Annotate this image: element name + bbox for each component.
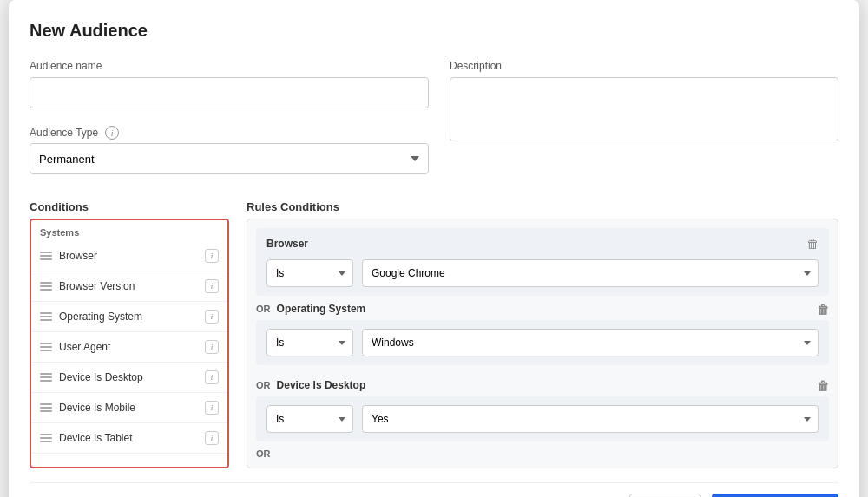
condition-item-operating-system[interactable]: Operating System i <box>31 302 227 332</box>
os-operator-select[interactable]: Is Is Not <box>266 329 353 356</box>
description-input[interactable] <box>450 77 838 141</box>
condition-info-device-is-desktop[interactable]: i <box>205 370 219 384</box>
or-separator-2: OR Device Is Desktop 🗑 <box>247 372 838 391</box>
audience-type-help-icon[interactable]: i <box>105 126 119 140</box>
bottom-section: Conditions Systems Browser i <box>30 200 838 468</box>
rule-header-browser: Browser <box>266 238 308 250</box>
drag-handle-device-is-desktop[interactable] <box>40 373 52 382</box>
condition-info-browser[interactable]: i <box>205 249 219 263</box>
rule-block-os: Is Is Not Windows macOS Linux iOS Androi… <box>256 320 829 365</box>
condition-info-user-agent[interactable]: i <box>205 340 219 354</box>
modal-title: New Audience <box>30 21 838 41</box>
condition-item-device-is-desktop[interactable]: Device Is Desktop i <box>31 363 227 393</box>
audience-type-row: Audience Type i <box>30 126 429 140</box>
rules-title: Rules Conditions <box>247 200 838 213</box>
condition-name-user-agent: User Agent <box>59 341 110 353</box>
conditions-panel: Conditions Systems Browser i <box>30 200 229 468</box>
condition-info-device-is-tablet[interactable]: i <box>205 431 219 445</box>
description-group: Description <box>450 60 838 174</box>
condition-item-device-is-tablet[interactable]: Device Is Tablet i <box>31 423 227 454</box>
condition-info-device-is-mobile[interactable]: i <box>205 401 219 415</box>
device-value-select[interactable]: Yes No <box>362 405 819 433</box>
description-label: Description <box>450 60 838 72</box>
conditions-list: Systems Browser i <box>30 219 229 468</box>
device-operator-select[interactable]: Is Is Not <box>266 405 353 433</box>
audience-type-label: Audience Type <box>30 127 98 139</box>
rule-block-device: Is Is Not Yes No <box>256 396 829 441</box>
condition-item-user-agent[interactable]: User Agent i <box>31 332 227 363</box>
drag-handle-user-agent[interactable] <box>40 343 52 351</box>
browser-operator-select[interactable]: Is Is Not <box>266 259 353 287</box>
or-separator-3: OR <box>247 441 838 468</box>
browser-value-select[interactable]: Google Chrome Firefox Safari Edge Opera <box>362 259 819 287</box>
condition-name-device-is-tablet: Device Is Tablet <box>59 432 133 444</box>
drag-handle-operating-system[interactable] <box>40 312 52 321</box>
condition-item-browser-version[interactable]: Browser Version i <box>31 271 227 302</box>
create-audience-button[interactable]: Create Audience <box>712 494 838 497</box>
new-audience-modal: New Audience Audience name Audience Type… <box>9 0 859 497</box>
condition-item-device-is-mobile[interactable]: Device Is Mobile i <box>31 393 227 423</box>
drag-handle-device-is-mobile[interactable] <box>40 403 52 412</box>
drag-handle-device-is-tablet[interactable] <box>40 434 52 442</box>
condition-name-device-is-mobile: Device Is Mobile <box>59 402 135 414</box>
rules-panel: Rules Conditions Browser 🗑 Is Is Not <box>247 200 838 468</box>
delete-device-rule-button[interactable]: 🗑 <box>817 379 829 393</box>
modal-footer: Cancel Create Audience <box>30 482 838 497</box>
condition-name-browser: Browser <box>59 250 97 262</box>
os-value-select[interactable]: Windows macOS Linux iOS Android <box>362 329 819 356</box>
delete-browser-rule-button[interactable]: 🗑 <box>806 237 819 251</box>
condition-name-device-is-desktop: Device Is Desktop <box>59 371 143 383</box>
condition-info-browser-version[interactable]: i <box>205 279 219 293</box>
condition-info-operating-system[interactable]: i <box>205 310 219 324</box>
conditions-group-header: Systems <box>31 220 227 241</box>
audience-name-input[interactable] <box>30 77 429 108</box>
condition-name-operating-system: Operating System <box>59 311 142 323</box>
audience-name-label: Audience name <box>30 60 429 72</box>
rule-block-browser: Browser 🗑 Is Is Not Google Chrome Firefo… <box>256 228 829 296</box>
delete-os-rule-button[interactable]: 🗑 <box>817 303 829 317</box>
rules-content: Browser 🗑 Is Is Not Google Chrome Firefo… <box>247 219 838 468</box>
drag-handle-browser[interactable] <box>40 252 52 260</box>
top-fields: Audience name Audience Type i Permanent … <box>30 60 838 174</box>
audience-type-select[interactable]: Permanent Session Temporary <box>30 143 429 174</box>
cancel-button[interactable]: Cancel <box>629 494 700 497</box>
condition-item-browser[interactable]: Browser i <box>31 241 227 271</box>
conditions-title: Conditions <box>30 200 229 213</box>
or-separator-1: OR Operating System 🗑 <box>247 296 838 315</box>
drag-handle-browser-version[interactable] <box>40 282 52 291</box>
condition-name-browser-version: Browser Version <box>59 280 135 292</box>
audience-name-group: Audience name Audience Type i Permanent … <box>30 60 429 174</box>
